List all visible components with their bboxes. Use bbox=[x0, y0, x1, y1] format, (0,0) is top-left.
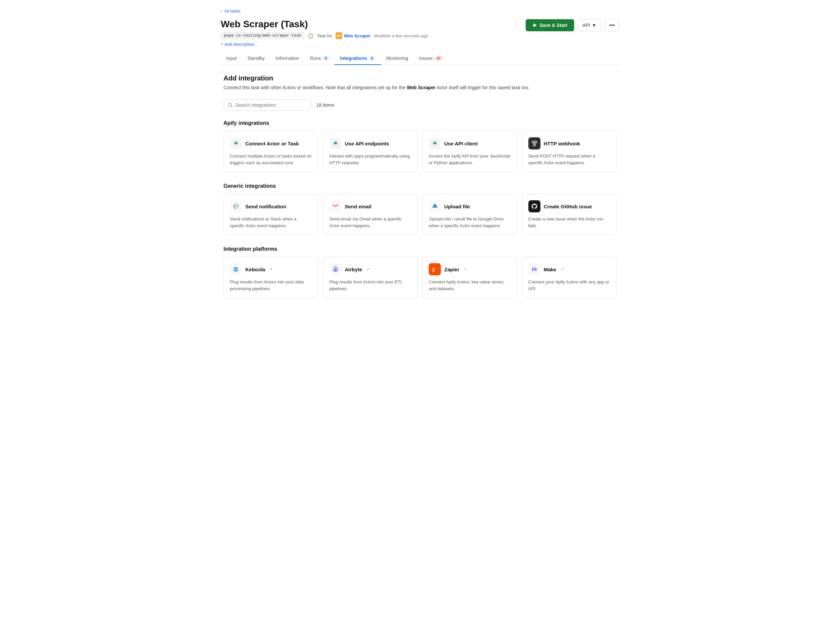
integration-card-keboola[interactable]: Keboola ↗ Plug results from Actors into … bbox=[224, 257, 319, 298]
keboola-icon bbox=[230, 263, 242, 275]
integration-card-connect-actor[interactable]: Connect Actor or Task Connect multiple A… bbox=[224, 131, 319, 172]
back-link[interactable]: ‹ All tasks bbox=[221, 8, 240, 14]
generic-integrations-section: Generic integrations bbox=[224, 183, 616, 235]
integration-card-upload-file[interactable]: Upload file Upload info / result file to… bbox=[422, 194, 517, 235]
airbyte-name: Airbyte bbox=[345, 266, 362, 272]
more-options-button[interactable]: ••• bbox=[605, 19, 619, 32]
github-issue-desc: Create a new issue when the Actor run fa… bbox=[528, 216, 610, 229]
apify-category-title: Apify integrations bbox=[224, 120, 616, 126]
integration-card-github-issue[interactable]: Create GitHub issue Create a new issue w… bbox=[522, 194, 617, 235]
svg-rect-21 bbox=[237, 207, 238, 209]
runs-badge: 0 bbox=[322, 56, 329, 60]
integration-card-send-email[interactable]: Send email Send email via Gmail when a s… bbox=[323, 194, 418, 235]
connect-actor-name: Connect Actor or Task bbox=[245, 141, 299, 146]
svg-rect-36 bbox=[535, 268, 536, 271]
send-email-icon bbox=[329, 200, 341, 212]
github-issue-icon bbox=[528, 200, 541, 212]
tab-monitoring[interactable]: Monitoring bbox=[381, 52, 413, 65]
api-client-desc: Access the Apify API from your JavaScrip… bbox=[429, 153, 511, 166]
integrations-badge: 0 bbox=[369, 56, 376, 60]
section-description: Connect this task with other Actors or w… bbox=[224, 84, 616, 91]
generic-grid: Send notification Send notifications to … bbox=[224, 194, 616, 235]
integration-card-api-client[interactable]: Use API client Access the Apify API from… bbox=[422, 131, 517, 172]
send-notification-icon bbox=[230, 200, 242, 212]
http-webhook-name: HTTP webhook bbox=[544, 141, 580, 146]
http-webhook-icon bbox=[528, 137, 541, 149]
tab-information[interactable]: Information bbox=[270, 52, 305, 65]
connect-actor-desc: Connect multiple Actors or tasks based o… bbox=[230, 153, 312, 166]
ellipsis-icon: ••• bbox=[609, 22, 615, 28]
integration-card-send-notification[interactable]: Send notification Send notifications to … bbox=[224, 194, 319, 235]
play-icon bbox=[532, 23, 537, 28]
send-notification-name: Send notification bbox=[245, 204, 286, 209]
integration-card-http-webhook[interactable]: HTTP webhook Send POST HTTP request when… bbox=[522, 131, 617, 172]
task-for-label: Task for bbox=[317, 33, 332, 38]
github-issue-name: Create GitHub issue bbox=[544, 204, 592, 209]
zapier-external-icon: ↗ bbox=[463, 267, 466, 272]
svg-rect-19 bbox=[237, 204, 238, 205]
platform-category-title: Integration platforms bbox=[224, 246, 616, 252]
add-description-link[interactable]: + Add description... bbox=[221, 42, 619, 47]
svg-rect-15 bbox=[235, 204, 237, 205]
svg-rect-6 bbox=[530, 139, 539, 148]
upload-file-name: Upload file bbox=[444, 204, 470, 209]
issues-badge: 27 bbox=[434, 56, 443, 60]
integration-card-api-endpoints[interactable]: Use API endpoints Interact with apps pro… bbox=[323, 131, 418, 172]
generic-category-title: Generic integrations bbox=[224, 183, 616, 189]
api-endpoints-desc: Interact with apps programmatically usin… bbox=[329, 153, 412, 166]
send-email-name: Send email bbox=[345, 204, 371, 209]
svg-rect-14 bbox=[234, 206, 235, 207]
add-integration-title: Add integration bbox=[224, 74, 616, 82]
tab-integrations[interactable]: Integrations 0 bbox=[335, 52, 381, 65]
svg-marker-0 bbox=[533, 23, 537, 27]
svg-rect-35 bbox=[534, 267, 535, 271]
svg-point-30 bbox=[335, 269, 337, 271]
tab-issues[interactable]: Issues 27 bbox=[413, 52, 449, 65]
tab-standby[interactable]: Standby bbox=[242, 52, 270, 65]
send-notification-desc: Send notifications to Slack when a speci… bbox=[230, 216, 312, 229]
search-icon bbox=[228, 103, 233, 107]
apify-grid: Connect Actor or Task Connect multiple A… bbox=[224, 131, 616, 172]
make-desc: Connect your Apify Actors with any app o… bbox=[528, 279, 610, 292]
upload-file-icon bbox=[429, 200, 441, 212]
search-input[interactable] bbox=[235, 102, 307, 108]
make-icon bbox=[528, 263, 541, 275]
svg-text:Z: Z bbox=[432, 266, 435, 272]
svg-rect-34 bbox=[532, 268, 533, 271]
svg-rect-16 bbox=[237, 206, 238, 207]
apify-integrations-section: Apify integrations Connect bbox=[224, 120, 616, 172]
make-external-icon: ↗ bbox=[561, 267, 564, 272]
items-count: 18 items bbox=[316, 102, 334, 108]
zapier-name: Zapier bbox=[444, 266, 459, 272]
api-client-name: Use API client bbox=[444, 141, 478, 146]
integration-card-airbyte[interactable]: Airbyte ↗ Plug results from Actors into … bbox=[323, 257, 418, 298]
platform-integrations-section: Integration platforms Keboola ↗ bbox=[224, 246, 616, 298]
tab-runs[interactable]: Runs 0 bbox=[305, 52, 335, 65]
tab-input[interactable]: Input bbox=[221, 52, 242, 65]
platform-grid: Keboola ↗ Plug results from Actors into … bbox=[224, 257, 616, 298]
keboola-desc: Plug results from Actors into your data … bbox=[230, 279, 312, 292]
chevron-left-icon: ‹ bbox=[221, 8, 222, 14]
svg-rect-18 bbox=[234, 204, 235, 205]
send-email-desc: Send email via Gmail when a specific Act… bbox=[329, 216, 412, 229]
content-area: Add integration Connect this task with o… bbox=[221, 74, 619, 298]
save-start-button[interactable]: Save & Start bbox=[526, 19, 574, 31]
tabs-bar: Input Standby Information Runs 0 Integra… bbox=[221, 52, 619, 65]
integration-card-make[interactable]: Make ↗ Connect your Apify Actors with an… bbox=[522, 257, 617, 298]
copy-icon[interactable]: 📋 bbox=[308, 33, 313, 38]
search-box[interactable] bbox=[224, 99, 311, 111]
integration-card-zapier[interactable]: Z Zapier ↗ Connect Apify Actors, key-val… bbox=[422, 257, 517, 298]
api-endpoints-name: Use API endpoints bbox=[345, 141, 389, 146]
zapier-desc: Connect Apify Actors, key-value stores, … bbox=[429, 279, 511, 292]
connect-actor-icon bbox=[230, 137, 242, 149]
svg-rect-17 bbox=[235, 207, 237, 209]
svg-rect-13 bbox=[231, 202, 240, 211]
page-title: Web Scraper (Task) bbox=[221, 19, 428, 30]
airbyte-desc: Plug results from Actors into your ETL p… bbox=[329, 279, 412, 292]
back-link-label: All tasks bbox=[224, 8, 240, 14]
airbyte-external-icon: ↗ bbox=[366, 267, 369, 272]
actor-link[interactable]: WS Web Scraper bbox=[335, 32, 371, 39]
api-button[interactable]: API ▼ bbox=[577, 19, 601, 31]
keboola-name: Keboola bbox=[245, 266, 265, 272]
svg-rect-26 bbox=[530, 202, 539, 211]
